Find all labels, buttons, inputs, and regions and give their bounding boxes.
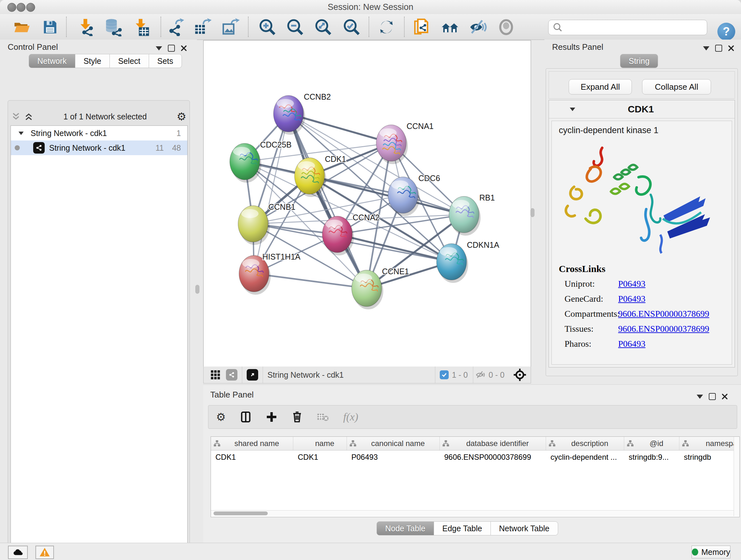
network-node-CCNB1[interactable]: CCNB1 [238, 202, 295, 245]
birdseye-button[interactable] [441, 18, 459, 37]
zoom-in-button[interactable] [258, 18, 277, 37]
export-table-button[interactable] [193, 18, 212, 37]
crosslink-link[interactable]: P06493 [618, 294, 646, 304]
delete-column-icon[interactable] [291, 411, 303, 423]
close-panel-icon[interactable] [722, 393, 728, 400]
tab-edge-table[interactable]: Edge Table [434, 521, 491, 536]
table-cell[interactable]: CDK1 [293, 450, 347, 464]
export-image-button[interactable] [221, 18, 240, 37]
table-settings-gear-icon[interactable]: ⚙ [216, 412, 226, 422]
close-panel-icon[interactable] [181, 45, 187, 51]
zoom-fit-button[interactable] [314, 18, 333, 37]
selected-nodes-checkbox-icon[interactable] [440, 370, 449, 379]
network-node-CDC6[interactable]: CDC6 [388, 174, 440, 216]
tab-select[interactable]: Select [110, 54, 149, 68]
column-header-shared-name[interactable]: shared name [211, 437, 293, 450]
network-edge[interactable] [254, 114, 288, 273]
network-node-HIST1H1A[interactable]: HIST1H1A [239, 252, 300, 295]
collapse-panel-icon[interactable] [703, 46, 710, 51]
network-node-CCNA1[interactable]: CCNA1 [376, 122, 434, 164]
hide-graphics-button[interactable] [468, 18, 487, 37]
crosshair-icon[interactable] [513, 368, 527, 382]
grid-view-icon[interactable] [210, 369, 221, 380]
network-row[interactable]: String Network - cdk1 11 48 [11, 140, 187, 155]
add-column-icon[interactable] [266, 411, 277, 423]
node-table[interactable]: shared namenamecanonical namedatabase id… [211, 436, 740, 517]
refresh-view-button[interactable] [377, 18, 396, 37]
tab-network[interactable]: Network [29, 54, 75, 68]
float-panel-icon[interactable] [715, 45, 722, 52]
import-network-from-database-button[interactable] [104, 18, 122, 37]
collapse-panel-icon[interactable] [156, 46, 162, 51]
export-network-button[interactable] [166, 18, 185, 37]
column-header-canonical-name[interactable]: canonical name [347, 437, 440, 450]
column-header-database-identifier[interactable]: database identifier [440, 437, 546, 450]
table-cell[interactable]: stringdb:9... [624, 450, 679, 464]
collapse-all-chevron-icon[interactable] [11, 112, 21, 121]
tab-node-table[interactable]: Node Table [377, 521, 434, 536]
tab-string[interactable]: String [620, 54, 658, 68]
show-columns-icon[interactable] [240, 411, 252, 423]
table-cell[interactable]: cyclin-dependent ... [546, 450, 624, 464]
tab-network-table[interactable]: Network Table [491, 521, 558, 536]
cloud-button[interactable] [8, 546, 28, 559]
network-node-CDK1[interactable]: CDK1 [294, 154, 346, 197]
save-session-button[interactable] [41, 18, 59, 37]
float-panel-icon[interactable] [709, 393, 716, 400]
table-cell[interactable]: stringdb [679, 450, 734, 464]
zoom-selected-button[interactable] [342, 18, 361, 37]
delete-table-icon-disabled[interactable] [317, 411, 329, 423]
gene-section-header[interactable]: CDK1 [549, 100, 735, 118]
network-canvas[interactable]: CCNB2CCNA1CDC25BCDK1CDC6RB1CCNB1CCNA2CDK… [203, 40, 531, 367]
network-node-RB1[interactable]: RB1 [449, 193, 495, 236]
network-edge[interactable] [254, 273, 367, 288]
crosslink-link[interactable]: 9606.ENSP00000378699 [618, 324, 709, 334]
memory-button[interactable]: Memory [691, 546, 731, 558]
network-node-CCNB2[interactable]: CCNB2 [273, 92, 331, 135]
tab-sets[interactable]: Sets [149, 54, 182, 68]
search-input[interactable] [563, 23, 704, 32]
collapse-panel-icon[interactable] [697, 395, 703, 399]
close-panel-icon[interactable] [728, 45, 734, 51]
table-cell[interactable]: 9606.ENSP00000378699 [440, 450, 546, 464]
zoom-out-button[interactable] [286, 18, 305, 37]
horizontal-scrollbar[interactable] [211, 510, 734, 516]
column-header-@id[interactable]: @id [624, 437, 679, 450]
collapse-all-button[interactable]: Collapse All [642, 79, 711, 95]
network-node-CDC25B[interactable]: CDC25B [230, 140, 292, 183]
network-snapshot-button[interactable] [412, 18, 431, 37]
crosslink-link[interactable]: P06493 [618, 279, 646, 289]
table-cell[interactable]: CDK1 [211, 450, 293, 464]
table-row[interactable]: CDK1CDK1P064939606.ENSP00000378699cyclin… [211, 450, 734, 464]
section-expander-icon[interactable] [570, 107, 576, 111]
open-session-button[interactable] [12, 18, 31, 37]
column-header-namespace[interactable]: namespace [679, 437, 734, 450]
tab-style[interactable]: Style [75, 54, 110, 68]
network-collection-row[interactable]: String Network - cdk1 1 [11, 126, 187, 140]
import-network-button[interactable] [77, 18, 96, 37]
function-builder-icon[interactable]: f(x) [343, 411, 358, 423]
float-panel-icon[interactable] [168, 45, 175, 52]
network-edge[interactable] [288, 114, 367, 288]
vertical-scrollbar[interactable] [734, 437, 739, 516]
crosslink-link[interactable]: P06493 [618, 339, 646, 349]
tree-expander-icon[interactable] [18, 132, 23, 135]
birdseye-view-icon[interactable] [247, 369, 258, 381]
network-view-icon[interactable] [226, 369, 238, 381]
network-edge[interactable] [337, 234, 452, 262]
expand-all-chevron-icon[interactable] [24, 112, 33, 121]
show-graphics-button[interactable] [497, 18, 515, 37]
table-cell[interactable]: P06493 [347, 450, 440, 464]
panel-divider-handle[interactable] [195, 285, 199, 294]
warnings-button[interactable] [36, 546, 54, 559]
column-header-description[interactable]: description [546, 437, 624, 450]
search-field[interactable] [548, 20, 707, 35]
scrollbar-thumb[interactable] [213, 511, 268, 515]
panel-divider-handle[interactable] [530, 208, 535, 217]
expand-all-button[interactable]: Expand All [569, 79, 632, 95]
import-table-button[interactable] [132, 18, 151, 37]
crosslink-link[interactable]: 9606.ENSP00000378699 [618, 309, 709, 319]
network-node-CCNE1[interactable]: CCNE1 [352, 267, 409, 309]
network-node-CDKN1A[interactable]: CDKN1A [436, 240, 499, 283]
gear-icon[interactable]: ⚙ [177, 111, 186, 122]
